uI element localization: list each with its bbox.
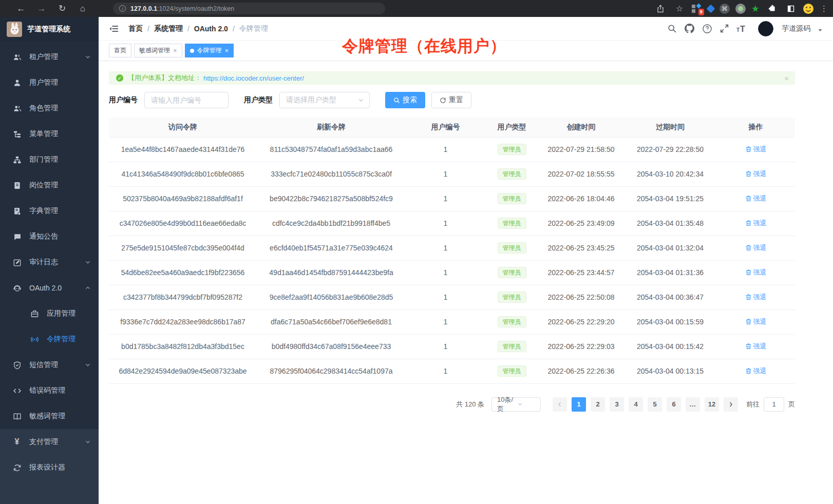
force-logout-button[interactable]: 强退 — [745, 366, 767, 376]
site-info-icon[interactable]: i — [119, 5, 126, 12]
reset-button[interactable]: 重置 — [431, 92, 471, 108]
force-logout-button[interactable]: 强退 — [745, 342, 767, 351]
trash-icon — [745, 294, 752, 300]
tag-tab-active[interactable]: 令牌管理× — [185, 44, 234, 57]
extension-star-icon[interactable]: ★ — [751, 4, 760, 13]
page-button-12[interactable]: 12 — [705, 397, 719, 412]
sidebar-item-dept[interactable]: 部门管理 — [0, 147, 99, 172]
user-id-input[interactable] — [144, 92, 229, 108]
font-size-icon[interactable]: TT — [736, 24, 748, 33]
page-button-2[interactable]: 2 — [591, 397, 605, 412]
sidebar-item-oauth[interactable]: OAuth 2.0 — [0, 275, 99, 301]
breadcrumb-item[interactable]: 系统管理 — [154, 24, 183, 33]
robot-icon — [12, 284, 22, 293]
reading-mode-icon[interactable] — [784, 2, 798, 15]
force-logout-button[interactable]: 强退 — [745, 194, 767, 203]
refresh-token-cell: 333ecfc71e02480cb11055c875c3ca0f — [257, 162, 406, 186]
tab-close-icon[interactable]: × — [173, 47, 177, 54]
browser-menu-icon[interactable]: ⋮ — [820, 4, 828, 13]
extension-record-icon[interactable] — [735, 4, 746, 14]
chevron-down-icon — [517, 401, 537, 407]
force-logout-button[interactable]: 强退 — [745, 169, 767, 179]
action-cell: 强退 — [716, 334, 795, 359]
page-button-3[interactable]: 3 — [610, 397, 624, 412]
sidebar-item-oauth-token[interactable]: 令牌管理 — [0, 326, 99, 352]
sidebar-item-sensitive[interactable]: 敏感词管理 — [0, 403, 99, 429]
force-logout-button[interactable]: 强退 — [745, 317, 767, 326]
extension-puzzle-icon[interactable] — [765, 2, 779, 15]
action-cell: 强退 — [716, 309, 795, 334]
sidebar-item-pay[interactable]: ¥支付管理 — [0, 429, 99, 455]
bookmark-star-icon[interactable]: ☆ — [673, 2, 686, 15]
force-logout-button[interactable]: 强退 — [745, 243, 767, 253]
prev-page-button[interactable] — [553, 397, 567, 412]
search-button[interactable]: 搜索 — [385, 92, 425, 108]
page-size-select[interactable]: 10条/页 — [491, 397, 541, 412]
token-table: 访问令牌刷新令牌用户编号用户类型创建时间过期时间操作 1ea5e44f8bc14… — [109, 118, 795, 384]
url-text[interactable]: 127.0.0.1:1024/system/oauth2/token — [130, 5, 234, 12]
alert-close-icon[interactable]: × — [784, 74, 789, 83]
url-host: 127.0.0.1 — [130, 5, 157, 12]
profile-emoji-icon[interactable] — [803, 4, 813, 14]
page-button-5[interactable]: 5 — [648, 397, 662, 412]
sidebar-item-notice[interactable]: 通知公告 — [0, 224, 99, 249]
menu-fold-icon[interactable] — [109, 24, 119, 34]
extension-grid-icon[interactable]: 9 — [692, 4, 702, 14]
sidebar-item-oauth-app[interactable]: 应用管理 — [0, 301, 99, 326]
sidebar-item-errcode[interactable]: 错误码管理 — [0, 378, 99, 403]
sidebar-item-label: 审计日志 — [29, 258, 58, 267]
browser-forward-icon[interactable]: → — [35, 2, 48, 15]
extension-command-icon[interactable]: ⌘ — [720, 4, 730, 14]
force-logout-button[interactable]: 强退 — [745, 145, 767, 154]
sidebar-item-menu[interactable]: 菜单管理 — [0, 121, 99, 147]
force-logout-button[interactable]: 强退 — [745, 293, 767, 302]
page-button-6[interactable]: 6 — [667, 397, 681, 412]
sidebar-item-report[interactable]: 报表设计器 — [0, 455, 99, 480]
sidebar-item-post[interactable]: 岗位管理 — [0, 172, 99, 198]
force-logout-button[interactable]: 强退 — [745, 268, 767, 277]
filter-bar: 用户编号 用户类型 请选择用户类型 搜索 重置 — [109, 92, 795, 108]
help-icon[interactable] — [702, 24, 712, 34]
username[interactable]: 芋道源码 — [782, 24, 810, 33]
browser-reload-icon[interactable]: ↻ — [55, 2, 69, 15]
address-bar[interactable]: i 127.0.0.1:1024/system/oauth2/token — [113, 3, 385, 14]
browser-home-icon[interactable]: ⌂ — [76, 2, 89, 15]
breadcrumb-item[interactable]: OAuth 2.0 — [194, 25, 228, 33]
goto-page-input[interactable] — [764, 397, 784, 412]
refresh-token-cell: b0df4980ffd34c67a08f9156e4eee733 — [257, 334, 406, 359]
alert-doc-link[interactable]: https://doc.iocoder.cn/user-center/ — [203, 74, 304, 82]
sidebar-item-user[interactable]: 用户管理 — [0, 70, 99, 95]
extension-gem-icon[interactable] — [706, 4, 715, 13]
github-icon[interactable] — [684, 23, 695, 34]
app-logo-row[interactable]: 芋道管理系统 — [0, 17, 99, 41]
next-page-button[interactable] — [724, 397, 738, 412]
user-type-select[interactable]: 请选择用户类型 — [279, 92, 370, 108]
page-button-4[interactable]: 4 — [629, 397, 643, 412]
refresh-token-cell: be90422b8c7946218275a508bf524fc9 — [257, 186, 406, 211]
breadcrumb-item[interactable]: 首页 — [128, 24, 143, 33]
search-icon[interactable] — [667, 24, 677, 33]
page-button-1[interactable]: 1 — [572, 397, 586, 412]
sidebar-item-label: 岗位管理 — [29, 181, 58, 190]
user-avatar[interactable] — [758, 21, 773, 36]
sidebar-item-sms[interactable]: 短信管理 — [0, 352, 99, 378]
share-icon[interactable] — [654, 2, 667, 15]
chevron-down-icon — [85, 54, 91, 60]
sidebar-item-audit[interactable]: 审计日志 — [0, 249, 99, 275]
sidebar-item-label: 敏感词管理 — [29, 412, 65, 421]
tag-tab-0[interactable]: 首页 — [109, 44, 131, 57]
browser-back-icon[interactable]: ← — [14, 2, 28, 15]
pagination-more-button[interactable]: … — [686, 397, 700, 412]
action-cell: 强退 — [716, 162, 795, 186]
force-logout-button[interactable]: 强退 — [745, 219, 767, 228]
sidebar-item-role[interactable]: 角色管理 — [0, 95, 99, 121]
fullscreen-icon[interactable] — [720, 24, 729, 33]
chevron-down-icon — [85, 362, 91, 368]
sidebar-item-dict[interactable]: 字典管理 — [0, 198, 99, 224]
created-time-cell: 2022-06-25 22:29:03 — [538, 334, 624, 359]
refresh-icon — [12, 463, 22, 472]
tab-close-icon[interactable]: × — [225, 47, 229, 54]
tag-tab-1[interactable]: 敏感词管理× — [134, 44, 182, 57]
sidebar-item-tenant[interactable]: 租户管理 — [0, 44, 99, 70]
caret-down-icon[interactable] — [818, 28, 823, 33]
